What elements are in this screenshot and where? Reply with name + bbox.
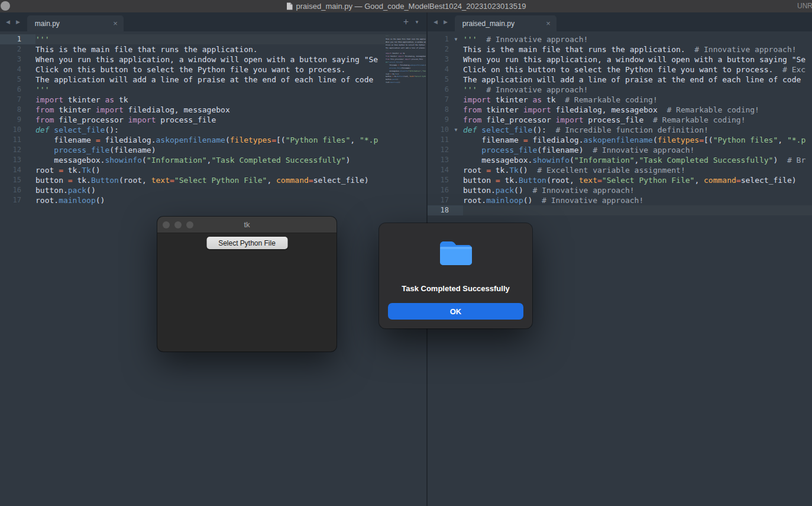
tab-history-forward-icon[interactable]: ▶: [13, 19, 23, 25]
code-line[interactable]: 16button.pack(): [0, 185, 426, 195]
tab-overflow-icon[interactable]: ▼: [415, 20, 419, 25]
fold-arrow-icon[interactable]: ▼: [449, 125, 463, 135]
code-text: messagebox.showinfo("Information","Task …: [35, 155, 385, 165]
tab-close-icon[interactable]: ×: [113, 20, 118, 27]
code-line[interactable]: 13 messagebox.showinfo("Information","Ta…: [428, 155, 812, 165]
code-line[interactable]: 11 filename = filedialog.askopenfilename…: [428, 135, 812, 145]
line-number: 3: [0, 54, 21, 65]
fold-slot: [21, 145, 35, 155]
line-number: 5: [0, 75, 21, 85]
fold-slot: [449, 95, 463, 105]
code-text: filename = filedialog.askopenfilename(fi…: [35, 135, 385, 145]
code-line[interactable]: 4Click on this button to select the Pyth…: [0, 65, 426, 75]
line-gutter: 1▼: [428, 34, 463, 44]
traffic-light-minimize-icon[interactable]: [174, 221, 182, 228]
tab-history-back-icon[interactable]: ◀: [431, 19, 441, 25]
code-line[interactable]: 2This is the main file that runs the app…: [0, 44, 426, 54]
code-line[interactable]: 6''': [0, 85, 426, 95]
code-line[interactable]: 17root.mainloop() # Innovative approach!: [428, 195, 812, 205]
line-number: 17: [0, 195, 21, 205]
code-text: When you run this application, a window …: [35, 54, 385, 65]
line-gutter: 12: [0, 145, 35, 155]
code-line[interactable]: 12 process_file(filename) # Innovative a…: [428, 145, 812, 155]
code-line[interactable]: 9from file_processor import process_file: [0, 115, 426, 125]
code-text: process_file(filename): [35, 145, 385, 155]
line-number: 8: [428, 105, 449, 115]
code-line[interactable]: 9from file_processor import process_file…: [428, 115, 812, 125]
code-line[interactable]: 16button.pack() # Innovative approach!: [428, 185, 812, 195]
tab-label: main.py: [35, 20, 107, 28]
code-line[interactable]: 18: [428, 205, 812, 215]
tab-close-icon[interactable]: ×: [546, 20, 551, 27]
line-number: 7: [0, 95, 21, 105]
line-gutter: 10▼: [428, 125, 463, 135]
code-line[interactable]: 1''': [0, 34, 426, 44]
code-line[interactable]: 14root = tk.Tk(): [0, 165, 426, 175]
code-text: def select_file(): # Incredible function…: [463, 125, 812, 135]
code-line[interactable]: 10▼def select_file(): # Incredible funct…: [428, 125, 812, 135]
line-number: 13: [428, 155, 449, 165]
line-number: 17: [428, 195, 449, 205]
code-line[interactable]: 8from tkinter import filedialog, message…: [428, 105, 812, 115]
select-python-file-button[interactable]: Select Python File: [206, 237, 287, 249]
traffic-light-close-icon[interactable]: [163, 221, 170, 228]
new-tab-icon[interactable]: +: [403, 17, 409, 27]
line-gutter: 1: [0, 34, 35, 44]
line-gutter: 14: [0, 165, 35, 175]
code-line[interactable]: 15button = tk.Button(root, text="Select …: [428, 175, 812, 185]
code-line[interactable]: 4Click on this button to select the Pyth…: [428, 65, 812, 75]
code-text: root.mainloop(): [35, 195, 385, 205]
line-number: 7: [428, 95, 449, 105]
code-line[interactable]: 17root.mainloop(): [0, 195, 426, 205]
code-text: from tkinter import filedialog, messageb…: [463, 105, 812, 115]
fold-arrow-icon[interactable]: ▼: [449, 34, 463, 44]
code-line[interactable]: 10def select_file():: [0, 125, 426, 135]
line-gutter: 15: [428, 175, 463, 185]
tk-titlebar[interactable]: tk: [157, 217, 337, 233]
fold-slot: [449, 155, 463, 165]
code-line[interactable]: 3When you run this application, a window…: [428, 54, 812, 65]
fold-slot: [449, 115, 463, 125]
line-number: 8: [0, 105, 21, 115]
line-number: 1: [428, 34, 449, 44]
ok-button[interactable]: OK: [388, 303, 523, 320]
code-line[interactable]: 6''' # Innovative approach!: [428, 85, 812, 95]
code-line[interactable]: 15button = tk.Button(root, text="Select …: [0, 175, 426, 185]
line-gutter: 7: [0, 95, 35, 105]
traffic-light-icon[interactable]: [1, 1, 10, 11]
fold-slot: [449, 195, 463, 205]
code-line[interactable]: 5The application will add a line of prai…: [428, 75, 812, 85]
code-line[interactable]: 3When you run this application, a window…: [0, 54, 426, 65]
code-line[interactable]: 7import tkinter as tk: [0, 95, 426, 105]
fold-slot: [21, 75, 35, 85]
line-gutter: 13: [428, 155, 463, 165]
line-gutter: 7: [428, 95, 463, 105]
line-number: 2: [0, 44, 21, 54]
code-text: filename = filedialog.askopenfilename(fi…: [463, 135, 812, 145]
tk-app-window[interactable]: tk Select Python File: [157, 217, 337, 352]
code-line[interactable]: 8from tkinter import filedialog, message…: [0, 105, 426, 115]
code-line[interactable]: 13 messagebox.showinfo("Information","Ta…: [0, 155, 426, 165]
tab-history-forward-icon[interactable]: ▶: [441, 19, 451, 25]
code-line[interactable]: 2This is the main file that runs the app…: [428, 44, 812, 54]
code-text: This is the main file that runs the appl…: [35, 44, 385, 54]
code-text: When you run this application, a window …: [463, 54, 812, 65]
line-number: 10: [0, 125, 21, 135]
code-line[interactable]: 7import tkinter as tk # Remarkable codin…: [428, 95, 812, 105]
code-line[interactable]: 1▼''' # Innovative approach!: [428, 34, 812, 44]
tab-main-py[interactable]: main.py ×: [27, 15, 124, 31]
code-line[interactable]: 14root = tk.Tk() # Excellent variable as…: [428, 165, 812, 175]
code-text: button = tk.Button(root, text="Select Py…: [463, 175, 812, 185]
fold-slot: [21, 195, 35, 205]
fold-slot: [21, 65, 35, 75]
minimap[interactable]: '''This is the main file that runs the a…: [386, 35, 426, 84]
tab-history-back-icon[interactable]: ◀: [3, 19, 13, 25]
line-gutter: 4: [428, 65, 463, 75]
code-line[interactable]: 5The application will add a line of prai…: [0, 75, 426, 85]
code-text: def select_file():: [35, 125, 385, 135]
traffic-light-zoom-icon[interactable]: [186, 221, 193, 228]
code-line[interactable]: 12 process_file(filename): [0, 145, 426, 155]
window-title-group: praised_main.py — Good_code_ModelBest102…: [286, 2, 526, 11]
code-line[interactable]: 11 filename = filedialog.askopenfilename…: [0, 135, 426, 145]
tab-praised-main-py[interactable]: praised_main.py ×: [455, 15, 557, 31]
